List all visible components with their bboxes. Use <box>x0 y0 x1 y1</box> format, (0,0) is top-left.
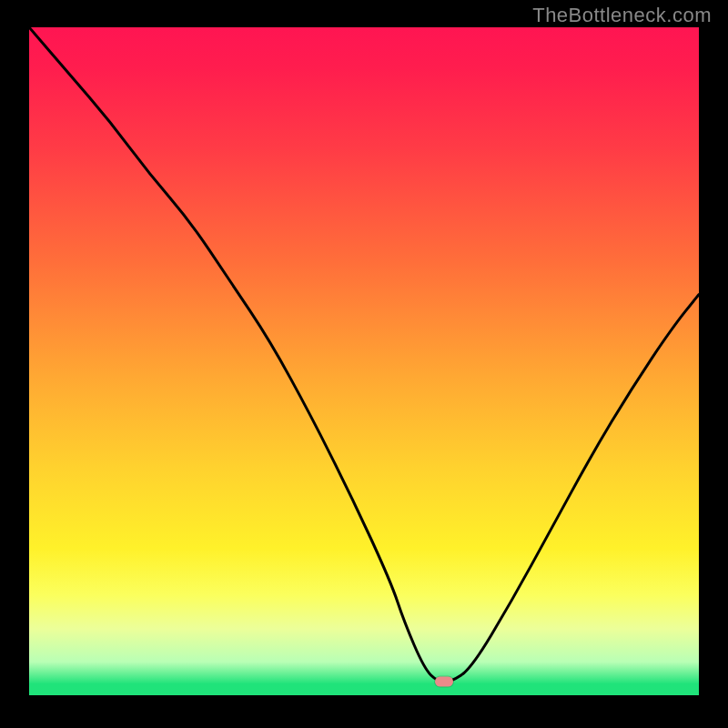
watermark-text: TheBottleneck.com <box>532 4 712 27</box>
bottleneck-marker <box>435 677 453 687</box>
plot-frame <box>0 0 728 728</box>
plot-area <box>29 27 699 695</box>
curve-plot <box>29 27 699 695</box>
chart-container: TheBottleneck.com <box>0 0 728 728</box>
curve-path <box>29 27 699 682</box>
